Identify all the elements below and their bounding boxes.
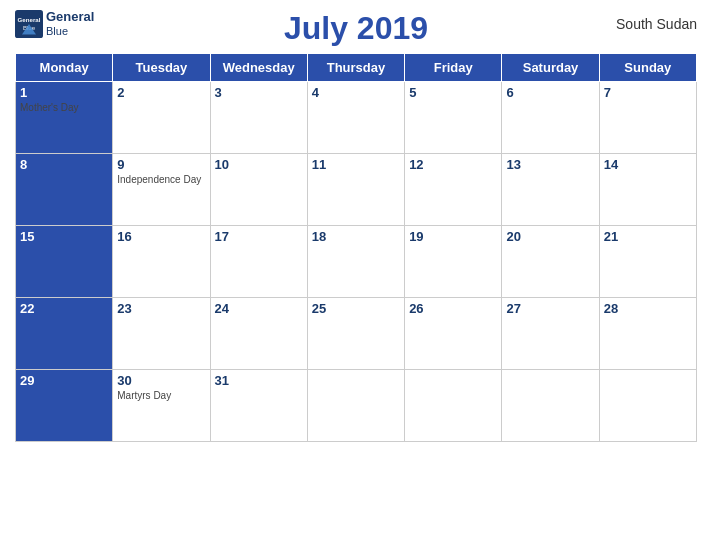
day-number: 18: [312, 229, 400, 244]
calendar-cell: [405, 370, 502, 442]
calendar-cell: 14: [599, 154, 696, 226]
calendar-cell: 4: [307, 82, 404, 154]
calendar-cell: 1Mother's Day: [16, 82, 113, 154]
calendar-cell: 23: [113, 298, 210, 370]
calendar-cell: 5: [405, 82, 502, 154]
day-number: 3: [215, 85, 303, 100]
calendar-cell: 25: [307, 298, 404, 370]
calendar-cell: 19: [405, 226, 502, 298]
day-number: 24: [215, 301, 303, 316]
calendar-cell: 12: [405, 154, 502, 226]
calendar-cell: 22: [16, 298, 113, 370]
calendar-cell: 18: [307, 226, 404, 298]
day-number: 15: [20, 229, 108, 244]
day-number: 31: [215, 373, 303, 388]
day-number: 12: [409, 157, 497, 172]
calendar-cell: 26: [405, 298, 502, 370]
calendar-cell: 21: [599, 226, 696, 298]
days-of-week-header: Monday Tuesday Wednesday Thursday Friday…: [16, 54, 697, 82]
day-number: 8: [20, 157, 108, 172]
calendar-cell: [599, 370, 696, 442]
day-number: 1: [20, 85, 108, 100]
day-number: 5: [409, 85, 497, 100]
day-number: 19: [409, 229, 497, 244]
calendar-cell: 7: [599, 82, 696, 154]
day-number: 25: [312, 301, 400, 316]
calendar-cell: 31: [210, 370, 307, 442]
calendar-week-2: 89Independence Day1011121314: [16, 154, 697, 226]
day-number: 22: [20, 301, 108, 316]
day-number: 11: [312, 157, 400, 172]
day-number: 29: [20, 373, 108, 388]
calendar-cell: 17: [210, 226, 307, 298]
calendar-cell: 24: [210, 298, 307, 370]
header-tuesday: Tuesday: [113, 54, 210, 82]
calendar-cell: 30Martyrs Day: [113, 370, 210, 442]
calendar-week-3: 15161718192021: [16, 226, 697, 298]
holiday-name: Independence Day: [117, 174, 205, 185]
day-number: 2: [117, 85, 205, 100]
calendar-cell: 20: [502, 226, 599, 298]
calendar-cell: 3: [210, 82, 307, 154]
day-number: 14: [604, 157, 692, 172]
header-sunday: Sunday: [599, 54, 696, 82]
day-number: 6: [506, 85, 594, 100]
calendar-table: Monday Tuesday Wednesday Thursday Friday…: [15, 53, 697, 442]
logo-text: General Blue: [46, 10, 94, 39]
header-thursday: Thursday: [307, 54, 404, 82]
svg-text:General: General: [18, 17, 41, 24]
calendar-cell: 16: [113, 226, 210, 298]
calendar-week-5: 2930Martyrs Day31: [16, 370, 697, 442]
calendar-header: General Blue General Blue July 2019 Sout…: [15, 10, 697, 47]
holiday-name: Martyrs Day: [117, 390, 205, 401]
day-number: 30: [117, 373, 205, 388]
header-monday: Monday: [16, 54, 113, 82]
calendar-cell: [502, 370, 599, 442]
calendar-cell: 15: [16, 226, 113, 298]
calendar-cell: 11: [307, 154, 404, 226]
calendar-cell: 28: [599, 298, 696, 370]
day-number: 28: [604, 301, 692, 316]
calendar-cell: [307, 370, 404, 442]
day-number: 17: [215, 229, 303, 244]
calendar-cell: 6: [502, 82, 599, 154]
day-number: 4: [312, 85, 400, 100]
country-name: South Sudan: [616, 16, 697, 32]
calendar-week-1: 1Mother's Day234567: [16, 82, 697, 154]
logo-area: General Blue General Blue: [15, 10, 94, 39]
month-title: July 2019: [284, 10, 428, 47]
calendar-cell: 27: [502, 298, 599, 370]
day-number: 7: [604, 85, 692, 100]
day-number: 20: [506, 229, 594, 244]
header-friday: Friday: [405, 54, 502, 82]
calendar-cell: 8: [16, 154, 113, 226]
header-saturday: Saturday: [502, 54, 599, 82]
calendar-cell: 9Independence Day: [113, 154, 210, 226]
day-number: 27: [506, 301, 594, 316]
day-number: 13: [506, 157, 594, 172]
header-wednesday: Wednesday: [210, 54, 307, 82]
calendar-container: General Blue General Blue July 2019 Sout…: [0, 0, 712, 550]
day-number: 10: [215, 157, 303, 172]
calendar-week-4: 22232425262728: [16, 298, 697, 370]
general-blue-logo-icon: General Blue: [15, 10, 43, 38]
day-number: 9: [117, 157, 205, 172]
calendar-cell: 10: [210, 154, 307, 226]
day-number: 21: [604, 229, 692, 244]
calendar-cell: 13: [502, 154, 599, 226]
calendar-cell: 2: [113, 82, 210, 154]
calendar-cell: 29: [16, 370, 113, 442]
holiday-name: Mother's Day: [20, 102, 108, 113]
day-number: 16: [117, 229, 205, 244]
day-number: 26: [409, 301, 497, 316]
day-number: 23: [117, 301, 205, 316]
